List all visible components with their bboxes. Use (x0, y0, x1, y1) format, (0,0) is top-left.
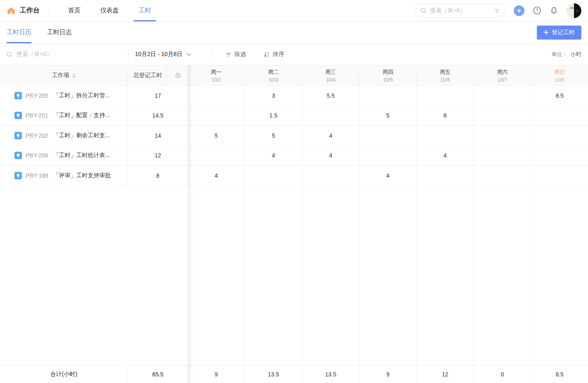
hours-cell[interactable]: 8.5 (531, 86, 588, 106)
hours-cell[interactable] (302, 106, 359, 126)
nav-item-dashboard[interactable]: 仪表盘 (95, 0, 124, 21)
unit-indicator: 单位： 小时 (551, 51, 581, 58)
hours-cell[interactable] (188, 86, 245, 106)
sort-button[interactable]: AZ 排序 (263, 51, 284, 58)
hours-cell[interactable] (417, 126, 474, 146)
tab-worktime-log[interactable]: 工时日志 (47, 21, 72, 43)
hours-cell[interactable] (474, 166, 531, 186)
hours-cell[interactable] (531, 146, 588, 166)
work-item-link[interactable]: PBY-205 「工时」拆分工时管... (0, 86, 128, 106)
totals-day-cell: 0 (474, 366, 531, 383)
settings-gear-icon (174, 72, 182, 79)
totals-day-cell: 8.5 (531, 366, 588, 383)
hours-cell[interactable] (188, 106, 245, 126)
hours-cell[interactable] (531, 126, 588, 146)
table-row: PBY-201 「工时」配置：支持... 14.5 1.5 5 8 (0, 106, 588, 126)
workspace-label[interactable]: 工作台 (20, 6, 40, 15)
table-header: 工作项 总登记工时 周一10/2 周二10/3 周三10/4 周四10/5 周五… (0, 65, 588, 86)
work-item-key: PBY-198 (26, 172, 48, 179)
work-item-link[interactable]: PBY-198 「评审」工时支持审批 (0, 166, 128, 186)
day-header-mon: 周一10/2 (188, 66, 245, 85)
date-range-picker[interactable]: 10月2日 - 10月8日 (135, 51, 204, 58)
hours-cell[interactable] (417, 166, 474, 186)
hours-cell[interactable]: 4 (417, 146, 474, 166)
table-footer-totals: 合计(小时) 65.5 9 13.5 13.5 9 12 0 8.5 (0, 365, 588, 383)
hours-cell[interactable] (417, 86, 474, 106)
hours-cell[interactable] (474, 106, 531, 126)
column-settings-button[interactable] (168, 66, 187, 85)
hours-cell[interactable]: 5 (245, 126, 302, 146)
advanced-search-icon[interactable] (494, 8, 500, 14)
table-row: PBY-198 「评审」工时支持审批 8 4 4 (0, 166, 588, 186)
hours-cell[interactable] (531, 106, 588, 126)
hours-cell[interactable] (531, 166, 588, 186)
totals-day-cell: 13.5 (302, 366, 359, 383)
work-item-title: 「评审」工时支持审批 (53, 172, 111, 179)
hours-cell[interactable]: 4 (245, 146, 302, 166)
toolbar-divider (128, 51, 128, 58)
work-item-link[interactable]: PBY-206 「工时」工时统计表... (0, 146, 128, 166)
day-header-sat: 周六10/7 (474, 66, 531, 85)
row-total-hours: 17 (128, 86, 188, 106)
global-search-input[interactable]: 搜索（⌘+K） (415, 4, 505, 18)
nav-item-home[interactable]: 首页 (63, 0, 85, 21)
svg-text:Z: Z (267, 55, 269, 58)
table-row: PBY-205 「工时」拆分工时管... 17 3 5.5 8.5 (0, 86, 588, 106)
sort-carets-icon (72, 73, 76, 78)
notification-bell-icon[interactable] (550, 6, 558, 15)
day-header-sun: 周日10/8 (531, 66, 588, 85)
totals-day-cell: 9 (359, 366, 417, 383)
hours-cell[interactable]: 4 (302, 146, 359, 166)
home-icon[interactable] (7, 6, 16, 15)
table-toolbar: 搜索（⌘+G） 10月2日 - 10月8日 筛选 AZ 排序 单位： 小时 (0, 44, 588, 65)
hours-cell[interactable]: 4 (302, 126, 359, 146)
hours-cell[interactable]: 5 (359, 106, 417, 126)
table-search-input[interactable]: 搜索（⌘+G） (7, 51, 121, 58)
column-header-work-item[interactable]: 工作项 (0, 66, 128, 85)
create-button[interactable] (514, 5, 524, 16)
table-empty-area (0, 186, 588, 366)
filter-button[interactable]: 筛选 (225, 51, 246, 58)
work-item-link[interactable]: PBY-201 「工时」配置：支持... (0, 106, 128, 126)
work-item-link[interactable]: PBY-202 「工时」剩余工时支... (0, 126, 128, 146)
row-total-hours: 8 (128, 166, 188, 186)
work-item-key: PBY-202 (26, 132, 48, 139)
help-icon[interactable]: ? (533, 6, 541, 15)
hours-cell[interactable] (474, 86, 531, 106)
work-item-type-icon (14, 112, 22, 119)
toolbar-divider (211, 51, 211, 58)
register-hours-button[interactable]: 登记工时 (537, 26, 581, 40)
svg-text:?: ? (536, 8, 538, 13)
work-item-title: 「工时」配置：支持... (53, 112, 110, 119)
hours-cell[interactable]: 5 (188, 126, 245, 146)
hours-cell[interactable]: 1.5 (245, 106, 302, 126)
plus-icon (543, 30, 549, 35)
tab-worktime-calendar[interactable]: 工时日历 (7, 21, 31, 43)
global-search-placeholder: 搜索（⌘+K） (430, 7, 491, 14)
tab-bar: 工时日历 工时日志 登记工时 (0, 21, 588, 44)
work-item-type-icon (14, 152, 22, 159)
work-item-key: PBY-201 (26, 112, 48, 119)
hours-cell[interactable] (188, 146, 245, 166)
hours-cell[interactable]: 3 (245, 86, 302, 106)
work-item-title: 「工时」工时统计表... (53, 152, 110, 159)
hours-cell[interactable] (359, 86, 417, 106)
hours-cell[interactable] (302, 166, 359, 186)
hours-cell[interactable]: 4 (359, 166, 417, 186)
hours-cell[interactable] (474, 126, 531, 146)
filter-icon (225, 52, 231, 58)
row-total-hours: 14 (128, 126, 188, 146)
user-avatar[interactable] (567, 3, 581, 18)
hours-cell[interactable] (245, 166, 302, 186)
hours-cell[interactable]: 5.5 (302, 86, 359, 106)
hours-cell[interactable]: 8 (417, 106, 474, 126)
hours-cell[interactable] (474, 146, 531, 166)
nav-item-worktime[interactable]: 工时 (134, 0, 156, 21)
unit-label: 单位： (551, 51, 567, 57)
table-body: PBY-205 「工时」拆分工时管... 17 3 5.5 8.5 PBY-20… (0, 86, 588, 365)
hours-cell[interactable] (359, 126, 417, 146)
column-header-total-hours: 总登记工时 (128, 66, 168, 85)
sort-icon: AZ (263, 51, 270, 58)
hours-cell[interactable] (359, 146, 417, 166)
hours-cell[interactable]: 4 (188, 166, 245, 186)
